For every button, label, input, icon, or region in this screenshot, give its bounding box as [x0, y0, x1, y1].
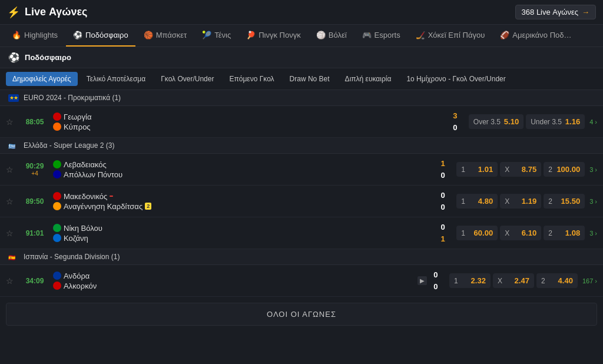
sport-tab-highlights[interactable]: 🔥Highlights	[5, 25, 65, 47]
market-tab-draw_no_bet[interactable]: Draw No Bet	[283, 72, 336, 86]
odd-label: 2	[548, 229, 552, 237]
market-tab-final[interactable]: Τελικό Αποτέλεσμα	[80, 72, 153, 86]
team2-icon	[53, 123, 61, 131]
favorite-button[interactable]: ☆	[6, 276, 18, 286]
sport-tab-pingpong[interactable]: 🏓Πινγκ Πονγκ	[239, 25, 308, 47]
odd-label: 1	[461, 229, 465, 237]
odd-label: 1	[454, 277, 458, 285]
team2-icon	[53, 170, 61, 178]
sport-tab-volleyball[interactable]: 🏐Βόλεϊ	[309, 25, 354, 47]
odds-area: 1 1.01X 8.752 100.00	[456, 162, 585, 177]
odd-box[interactable]: 2 1.08	[544, 226, 585, 240]
match-teams: Ανδόρα Αλκορκόν	[48, 270, 418, 292]
odd-box[interactable]: X 2.47	[493, 273, 534, 288]
odd-value: 8.75	[522, 165, 536, 174]
league-row-euro2024: ★★EURO 2024 - Προκριματικά (1)	[0, 90, 603, 106]
odd-box[interactable]: Over 3.5 5.10	[469, 114, 524, 129]
lightning-icon: ⚡	[7, 6, 20, 19]
odd-box[interactable]: X 6.10	[500, 226, 541, 240]
sport-tab-esports[interactable]: 🎮Esports	[355, 25, 407, 47]
score2: 0	[434, 201, 452, 213]
odd-label: X	[498, 277, 502, 285]
match-scores: 3 0	[446, 110, 464, 133]
red-card	[110, 196, 113, 197]
league-row-super_league2: 🇬🇷Ελλάδα - Super League 2 (3)	[0, 138, 603, 154]
odds-area: Over 3.5 5.10Under 3.5 1.16	[469, 114, 585, 129]
favorite-button[interactable]: ☆	[6, 197, 18, 206]
match-time-value: 91:01	[21, 229, 48, 237]
sport-tabs: 🔥Highlights⚽Ποδόσφαιρο🏀Μπάσκετ🎾Τένις🏓Πιν…	[0, 25, 603, 47]
odd-label: X	[505, 166, 509, 174]
match-row: ☆88:05 Γεωργία Κύπρος 3 0 Over 3.5 5.10U…	[0, 106, 603, 138]
odd-value: 1.19	[522, 197, 536, 206]
odd-box[interactable]: 1 60.00	[456, 226, 498, 240]
match-row: ☆90:29+4 Λεβαδειακός Απόλλων Πόντου 1 0 …	[0, 154, 603, 186]
odd-box[interactable]: 2 15.50	[544, 194, 585, 209]
market-tab-popular[interactable]: Δημοφιλείς Αγορές	[6, 72, 78, 86]
market-tab-next_goal[interactable]: Επόμενο Γκολ	[223, 72, 280, 86]
market-tab-double_chance[interactable]: Διπλή ευκαιρία	[339, 72, 398, 86]
live-count-arrow: →	[582, 8, 589, 16]
sport-section-header: ⚽ Ποδόσφαιρο	[0, 47, 603, 68]
team1-name: Ανδόρα	[64, 272, 90, 280]
odd-label: 2	[548, 166, 552, 174]
odd-box[interactable]: X 8.75	[500, 162, 541, 177]
favorite-button[interactable]: ☆	[6, 165, 18, 174]
live-count-label: 368 Live Αγώνες	[522, 8, 578, 16]
match-time: 91:01	[21, 229, 48, 237]
odd-box[interactable]: X 1.19	[500, 194, 541, 209]
match-scores: 0 0	[434, 190, 452, 213]
sport-tab-label-tennis: Τένις	[214, 31, 231, 39]
match-time: 89:50	[21, 197, 48, 206]
sport-tab-hockey[interactable]: 🏒Χόκεϊ Επί Πάγου	[409, 25, 492, 47]
odd-box[interactable]: 2 100.00	[544, 162, 585, 177]
odd-box[interactable]: 2 4.40	[536, 273, 578, 288]
team2-name: Απόλλων Πόντου	[64, 170, 122, 179]
match-row: ☆89:50 Μακεδονικός Αναγέννηση Καρδίτσας2…	[0, 186, 603, 217]
favorite-button[interactable]: ☆	[6, 117, 18, 127]
team2-icon	[53, 282, 61, 290]
more-bets-button[interactable]: 3 ›	[589, 198, 597, 205]
all-matches-button[interactable]: ΟΛΟΙ ΟΙ ΑΓΩΝΕΣ	[6, 303, 597, 326]
match-time: 90:29+4	[21, 162, 48, 177]
match-time-extra: +4	[21, 170, 48, 177]
favorite-button[interactable]: ☆	[6, 229, 18, 238]
market-tab-half_goals_ou[interactable]: 1ο Ημίχρονο - Γκολ Over/Under	[400, 72, 512, 86]
page-title: Live Αγώνες	[25, 6, 87, 18]
team1-icon	[53, 192, 61, 200]
sport-tab-americanfootball[interactable]: 🏈Αμερικάνο Ποδ…	[493, 25, 578, 47]
sport-tab-football[interactable]: ⚽Ποδόσφαιρο	[66, 25, 135, 47]
odd-box[interactable]: 1 4.80	[456, 194, 498, 209]
more-bets-button[interactable]: 3 ›	[589, 166, 597, 173]
odd-value: 1.16	[565, 117, 580, 126]
match-teams: Μακεδονικός Αναγέννηση Καρδίτσας2	[48, 191, 434, 212]
team1-icon	[53, 112, 61, 121]
score2: 0	[446, 122, 464, 134]
score1: 0	[427, 269, 445, 281]
team1-icon	[53, 224, 61, 232]
more-bets-button[interactable]: 4 ›	[589, 118, 597, 125]
odd-label: X	[505, 197, 509, 206]
sport-tab-label-football: Ποδόσφαιρο	[85, 31, 128, 39]
match-time-value: 89:50	[21, 197, 48, 206]
sport-tab-basketball[interactable]: 🏀Μπάσκετ	[137, 25, 194, 47]
sport-tab-icon-highlights: 🔥	[12, 31, 21, 39]
odd-label: 2	[548, 197, 552, 206]
sport-tab-icon-football: ⚽	[73, 31, 82, 39]
sport-tab-label-basketball: Μπάσκετ	[156, 31, 187, 39]
market-tab-goals_ou[interactable]: Γκολ Over/Under	[154, 72, 220, 86]
more-bets-button[interactable]: 167 ›	[582, 277, 597, 284]
odd-box[interactable]: Under 3.5 1.16	[526, 114, 585, 129]
match-teams: Λεβαδειακός Απόλλων Πόντου	[48, 159, 434, 180]
sport-tab-icon-hockey: 🏒	[416, 31, 425, 39]
live-count-badge[interactable]: 368 Live Αγώνες →	[515, 5, 596, 19]
score2: 1	[434, 233, 452, 245]
app-header: ⚡ Live Αγώνες 368 Live Αγώνες →	[0, 0, 603, 25]
match-teams: Γεωργία Κύπρος	[48, 111, 446, 133]
team2-name: Αλκορκόν	[64, 282, 97, 290]
sport-tab-tennis[interactable]: 🎾Τένις	[195, 25, 238, 47]
sport-tab-icon-esports: 🎮	[362, 31, 372, 39]
more-bets-button[interactable]: 3 ›	[589, 230, 597, 237]
odd-box[interactable]: 1 2.32	[449, 273, 491, 288]
odd-box[interactable]: 1 1.01	[456, 162, 498, 177]
